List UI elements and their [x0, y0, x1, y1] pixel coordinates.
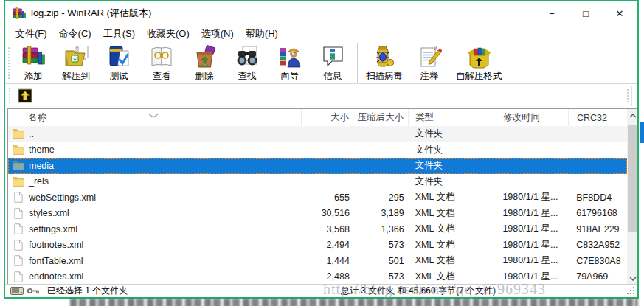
toolbar-button-view[interactable]: 查看: [140, 43, 183, 83]
menu-item[interactable]: 收藏夹(O): [141, 26, 195, 42]
file-packed-size: [353, 175, 409, 189]
column-header-crc32[interactable]: CRC32: [569, 109, 627, 126]
file-crc32: C832A952: [568, 238, 626, 253]
winrar-window: log.zip - WinRAR (评估版本) − □ ✕ 文件(F) 命令(C…: [5, 1, 637, 296]
column-header-packed[interactable]: 压缩后大小: [353, 109, 409, 126]
file-packed-size: 501: [353, 254, 409, 268]
file-type: 文件夹: [409, 175, 496, 189]
file-row[interactable]: fontTable.xml 1,444 501 XML 文档 1980/1/1 …: [8, 253, 627, 269]
file-size: 3,568: [302, 222, 353, 237]
file-packed-size: 573: [353, 270, 409, 285]
file-name: endnotes.xml: [29, 271, 83, 282]
file-row[interactable]: styles.xml 30,516 3,189 XML 文档 1980/1/1 …: [8, 206, 627, 222]
file-packed-size: [353, 127, 409, 142]
key-icon: [27, 288, 39, 294]
scroll-up-icon[interactable]: [627, 109, 639, 122]
file-name: fontTable.xml: [29, 256, 83, 266]
scan-virus-icon: [373, 45, 397, 69]
toolbar-group-main: 添加 解压到 测试 查看 删除 查找 向导: [12, 43, 354, 83]
folder-icon: [13, 160, 24, 171]
file-packed-size: 1,366: [353, 222, 409, 237]
menu-item[interactable]: 帮助(H): [240, 26, 284, 42]
file-type: XML 文档: [409, 222, 496, 237]
file-row[interactable]: media 文件夹: [8, 158, 627, 174]
file-row[interactable]: footnotes.xml 2,494 573 XML 文档 1980/1/1 …: [8, 237, 627, 254]
vertical-scrollbar[interactable]: [627, 109, 639, 285]
status-divider: [336, 286, 336, 296]
column-label: 名称: [28, 111, 46, 124]
file-crc32: [568, 175, 626, 189]
toolbar-button-info[interactable]: 信息: [311, 43, 354, 83]
file-list-header: 名称 大小 压缩后大小 类型 修改时间 CRC32: [8, 109, 627, 127]
file-row[interactable]: _rels 文件夹: [8, 174, 627, 190]
minimize-button[interactable]: −: [535, 1, 569, 25]
up-one-level-button[interactable]: [16, 87, 34, 105]
menu-item[interactable]: 选项(N): [195, 26, 240, 42]
toolbar-button-comment[interactable]: 0 注释: [408, 43, 451, 83]
file-modified: [496, 175, 568, 189]
background-artifact: [640, 122, 644, 143]
file-name: footnotes.xml: [29, 240, 83, 250]
status-totals-text: 总计 3 文件夹 和 45,660 字节(7 个文件): [341, 285, 496, 297]
file-row[interactable]: endnotes.xml 2,488 573 XML 文档 1980/1/1 星…: [8, 269, 627, 285]
file-size: [302, 127, 353, 142]
menu-item[interactable]: 文件(F): [10, 26, 53, 42]
file-packed-size: 3,189: [353, 206, 409, 221]
toolbar-button-label: 解压到: [62, 70, 90, 83]
view-icon: [150, 45, 174, 69]
close-button[interactable]: ✕: [603, 1, 637, 25]
address-path-field[interactable]: [34, 87, 627, 105]
file-list-body: .. 文件夹 theme 文件夹 media: [8, 126, 627, 285]
window-controls: − □ ✕: [535, 1, 637, 25]
file-modified: 1980/1/1 星...: [496, 238, 568, 253]
file-row[interactable]: theme 文件夹: [8, 142, 627, 159]
file-size: 2,494: [302, 238, 353, 253]
address-bar-gripper[interactable]: [627, 89, 629, 102]
file-type: XML 文档: [409, 206, 496, 221]
column-header-size[interactable]: 大小: [302, 109, 353, 126]
menu-item[interactable]: 命令(C): [53, 26, 97, 42]
resize-grip[interactable]: [626, 286, 635, 295]
maximize-button[interactable]: □: [569, 1, 603, 25]
svg-text:0: 0: [434, 45, 437, 52]
toolbar-button-sfx[interactable]: 自解压格式: [451, 43, 508, 83]
toolbar-button-label: 查找: [238, 70, 257, 83]
file-row[interactable]: webSettings.xml 655 295 XML 文档 1980/1/1 …: [8, 189, 627, 206]
file-row[interactable]: .. 文件夹: [8, 126, 627, 142]
column-header-type[interactable]: 类型: [409, 109, 496, 126]
toolbar-button-scan-virus[interactable]: 扫描病毒: [361, 43, 408, 83]
toolbar-button-find[interactable]: 查找: [226, 43, 269, 83]
column-header-name[interactable]: 名称: [8, 109, 302, 126]
toolbar-button-test[interactable]: 测试: [97, 43, 140, 83]
comment-icon: 0: [418, 45, 442, 69]
file-size: 30,516: [302, 206, 353, 221]
folder-icon: [13, 145, 24, 156]
toolbar-button-extract-to[interactable]: 解压到: [55, 43, 97, 83]
menubar: 文件(F) 命令(C) 工具(S) 收藏夹(O) 选项(N) 帮助(H): [5, 25, 637, 43]
file-size: [302, 175, 353, 189]
toolbar-button-delete[interactable]: 删除: [183, 43, 226, 83]
test-icon: [107, 45, 131, 69]
file-name: theme: [29, 145, 55, 155]
folder-icon: [13, 176, 24, 187]
file-modified: 1980/1/1 星...: [496, 222, 568, 237]
file-icon: [13, 240, 24, 251]
toolbar-button-label: 查看: [153, 70, 171, 83]
file-crc32: 61796168: [568, 206, 626, 221]
extract-to-icon: [64, 45, 89, 69]
address-bar-separator: [631, 86, 632, 106]
file-name: _rels: [29, 176, 49, 187]
scrollbar-thumb[interactable]: [628, 125, 638, 232]
file-size: 655: [302, 190, 353, 205]
status-selection-text: 已经选择 1 个文件夹: [47, 285, 331, 297]
wizard-icon: [278, 45, 302, 69]
column-header-modified[interactable]: 修改时间: [496, 109, 569, 126]
toolbar-button-add[interactable]: 添加: [12, 43, 55, 83]
file-size: [302, 143, 353, 158]
menu-item[interactable]: 工具(S): [97, 26, 141, 42]
scroll-down-icon[interactable]: [627, 272, 639, 285]
file-type: 文件夹: [409, 143, 496, 158]
file-name: media: [29, 161, 54, 171]
toolbar-button-wizard[interactable]: 向导: [269, 43, 311, 83]
file-row[interactable]: settings.xml 3,568 1,366 XML 文档 1980/1/1…: [8, 221, 627, 237]
